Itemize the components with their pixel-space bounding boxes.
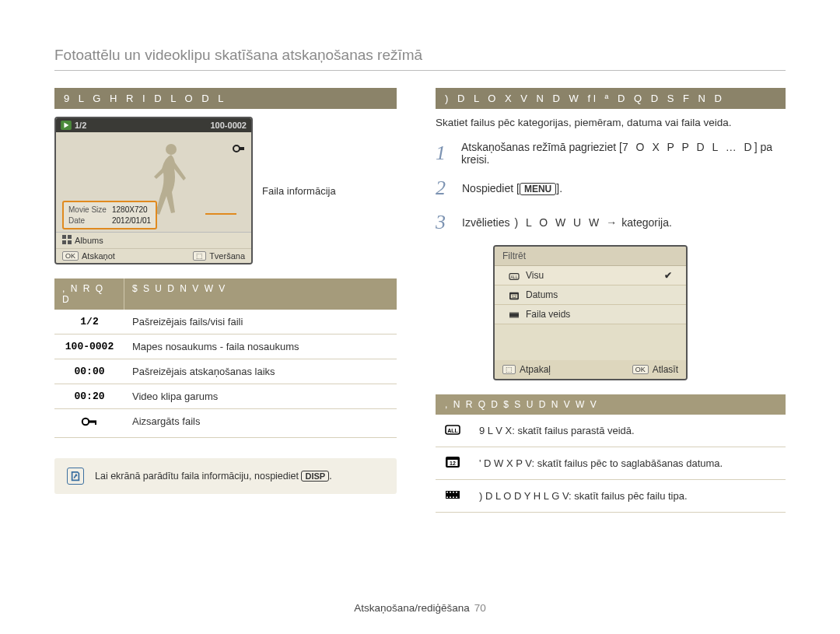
- filter-item-date[interactable]: 12 Datums: [495, 285, 686, 305]
- table-row: ALL 9 L V X: skatīt failus parastā veidā…: [436, 415, 786, 447]
- svg-rect-19: [509, 317, 519, 318]
- svg-text:ALL: ALL: [447, 428, 458, 433]
- table-row: Aizsargāts fails: [54, 409, 397, 438]
- svg-rect-29: [456, 492, 457, 493]
- calendar-icon: 12: [445, 455, 468, 471]
- table-row: 1/2Pašreizējais fails/visi faili: [54, 310, 397, 335]
- all-icon: ALL: [445, 422, 468, 439]
- filter-item-type[interactable]: Faila veids: [495, 305, 686, 324]
- svg-rect-8: [68, 240, 72, 244]
- svg-rect-31: [450, 497, 451, 499]
- play-indicator: 1/2: [61, 121, 86, 130]
- lock-icon: [233, 143, 245, 156]
- svg-rect-27: [450, 492, 451, 493]
- callout-leader: [205, 213, 236, 215]
- capture-label: Tveršana: [209, 251, 245, 261]
- filmstrip-icon: [509, 309, 520, 320]
- grid-icon: [62, 235, 72, 246]
- filter-item-all[interactable]: ALL Visu ✔: [495, 266, 686, 285]
- intro-text: Skatiet failus pēc kategorijas, piemēram…: [436, 117, 786, 128]
- svg-rect-18: [509, 312, 519, 313]
- svg-rect-30: [446, 497, 448, 499]
- table-row: 00:00Pašreizējais atskaņošanas laiks: [54, 359, 397, 384]
- svg-point-2: [233, 145, 240, 152]
- svg-rect-11: [95, 422, 96, 425]
- album-label: Albums: [75, 236, 103, 245]
- menu-chip: MENU: [520, 183, 556, 195]
- svg-text:ALL: ALL: [510, 274, 517, 278]
- step-3: 3 Izvēlieties ) L O W U W→ kategorija.: [436, 211, 786, 234]
- file-view-header: ) D L O X V N D W fl ª D Q D S F N D: [436, 88, 786, 109]
- file-info-caption: Faila informācija: [262, 185, 336, 197]
- svg-rect-28: [453, 492, 454, 493]
- file-info-overlay: Movie Size1280X720 Date2012/01/01: [62, 201, 157, 229]
- camera-preview: 1/2 100-0002 Movie Size1280X720 Date2012…: [54, 117, 253, 264]
- svg-rect-6: [68, 235, 72, 239]
- preview-filecode: 100-0002: [211, 121, 247, 130]
- disp-chip: DISP: [301, 471, 329, 482]
- ok-chip: OK: [62, 251, 79, 261]
- video-files-header: 9 L G H R I D L O D L: [54, 88, 397, 109]
- arrow-icon: →: [606, 216, 617, 229]
- table-row: 12 ' D W X P V: skatīt failus pēc to sag…: [436, 447, 786, 480]
- preview-counter: 1/2: [75, 121, 86, 130]
- back-chip: ⬚: [502, 365, 516, 374]
- table-row: 00:20Video klipa garums: [54, 384, 397, 409]
- svg-rect-5: [62, 235, 66, 239]
- filter-title: Filtrēt: [495, 247, 686, 266]
- all-icon: ALL: [509, 270, 520, 281]
- ok-play-label: Atskaņot: [82, 251, 115, 261]
- svg-point-9: [82, 419, 89, 425]
- note-icon: [67, 468, 84, 485]
- select-label: Atlasīt: [653, 364, 678, 375]
- svg-rect-26: [446, 492, 448, 493]
- disp-note: Lai ekrānā parādītu faila informāciju, n…: [54, 458, 397, 494]
- step-1: 1 Atskaņošanas režīmā pagrieziet [7 O X …: [436, 141, 786, 166]
- right-table-header: , N R Q D $ S U D N V W V: [436, 394, 786, 415]
- key-icon: [54, 409, 124, 437]
- note-text: Lai ekrānā parādītu faila informāciju, n…: [95, 471, 301, 482]
- svg-rect-3: [240, 147, 244, 150]
- svg-text:12: 12: [512, 293, 516, 298]
- table-row: 100-0002Mapes nosaukums - faila nosaukum…: [54, 335, 397, 359]
- icon-table-header: , N R Q D $ S U D N V W V: [54, 278, 397, 310]
- svg-text:12: 12: [450, 461, 456, 466]
- step-2: 2 Nospiediet [MENU].: [436, 177, 786, 200]
- footer: Atskaņošana/rediģēšana70: [0, 602, 840, 614]
- svg-rect-33: [456, 497, 457, 499]
- check-icon: ✔: [664, 270, 672, 281]
- back-label: Atpakaļ: [520, 364, 551, 375]
- calendar-icon: 12: [509, 289, 520, 300]
- filter-panel: Filtrēt ALL Visu ✔ 12 Datums Faila veids…: [493, 245, 688, 380]
- svg-rect-7: [62, 240, 66, 244]
- svg-rect-32: [453, 497, 454, 499]
- page-title: Fotoattēlu un videoklipu skatīšana atska…: [54, 47, 786, 71]
- filmstrip-icon: [445, 488, 468, 504]
- table-row: ) D L O D Y H L G V: skatīt failus pēc f…: [436, 480, 786, 513]
- svg-point-4: [166, 144, 177, 155]
- ok-chip-2: OK: [632, 365, 649, 374]
- capture-chip: ⬚: [193, 251, 206, 261]
